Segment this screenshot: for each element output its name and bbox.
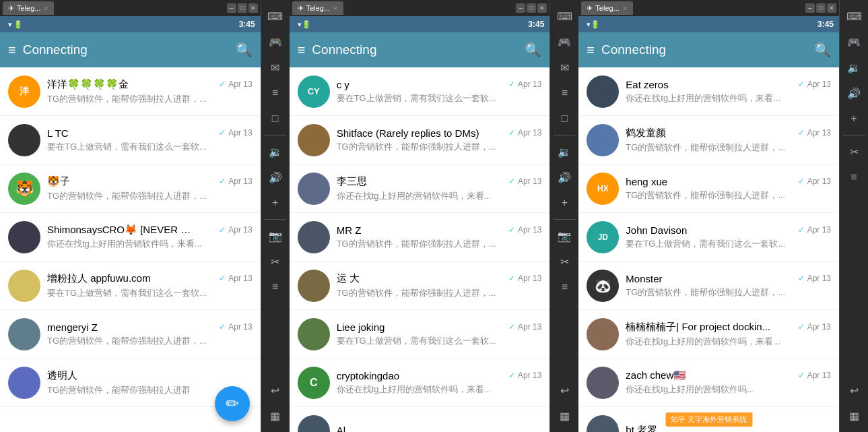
- chat-item-3-4[interactable]: 🐼 Monster ✓Apr 13 TG的营销软件，能帮你强制拉人进群，...: [578, 261, 839, 310]
- battery-icon-3: 🔋: [591, 20, 600, 29]
- toolbar2-vol-down[interactable]: 🔉: [554, 141, 575, 162]
- toolbar2-scissors-btn[interactable]: ✂: [554, 251, 575, 272]
- toolbar2-game-btn[interactable]: 🎮: [554, 31, 575, 53]
- toolbar-vol-down[interactable]: 🔉: [265, 141, 286, 162]
- tab-close-1[interactable]: ✕: [43, 5, 48, 12]
- rs-vol-up[interactable]: 🔊: [843, 82, 865, 104]
- menu-icon-1[interactable]: ≡: [8, 42, 16, 58]
- toolbar-keyboard-btn[interactable]: ⌨: [265, 5, 286, 27]
- chat-item-1-1[interactable]: L TC ✓ Apr 13 要在TG上做营销，需有我们这么一套软...: [0, 116, 261, 164]
- restore-btn-1[interactable]: □: [238, 3, 247, 13]
- chat-name-2-7: Al: [337, 425, 345, 433]
- toolbar-list-btn[interactable]: ≡: [265, 276, 286, 298]
- restore-btn-2[interactable]: □: [527, 3, 536, 13]
- chat-item-1-2[interactable]: 🐯 🐯子 ✓ Apr 13 TG的营销软件，能帮你强制拉人进群，...: [0, 164, 261, 213]
- toolbar-plus-btn[interactable]: +: [265, 192, 286, 214]
- avatar-1-0: 洋: [8, 75, 40, 108]
- chat-item-1-3[interactable]: ShimonsaysCRO🦊 [NEVER D... ✓ Apr 13 你还在找…: [0, 213, 261, 261]
- rs-grid-btn[interactable]: ▦: [843, 405, 865, 427]
- chat-item-1-4[interactable]: 增粉拉人 appfuwu.com ✓ Apr 13 要在TG上做营销，需有我们这…: [0, 261, 261, 310]
- fab-1[interactable]: ✏: [215, 386, 250, 421]
- rs-list-btn[interactable]: ≡: [843, 166, 865, 188]
- chat-name-3-5: 楠楠楠楠子| For project dockin...: [626, 321, 770, 334]
- close-btn-2[interactable]: ✕: [537, 3, 547, 13]
- header-title-3: Connecting: [601, 42, 807, 57]
- watermark: 知乎 天字海外营销系统: [665, 412, 752, 427]
- chat-item-3-0[interactable]: Eat zeros ✓Apr 13 你还在找tg上好用的营销软件吗，来看...: [578, 67, 839, 116]
- chat-item-2-3[interactable]: MR Z ✓Apr 13 TG的营销软件，能帮你强制拉人进群，...: [290, 213, 550, 261]
- chat-item-1-0[interactable]: 洋 洋洋🍀🍀🍀🍀金 ✓ Apr 13 TG的营销软件，能帮你强制拉人进群，...: [0, 67, 261, 116]
- search-icon-1[interactable]: 🔍: [236, 42, 253, 58]
- chat-name-2-0: c y: [337, 79, 349, 90]
- chat-preview-1-5: TG的营销软件，能帮你强制拉人进群，...: [47, 335, 253, 347]
- restore-btn-3[interactable]: □: [816, 3, 826, 13]
- minimize-btn-1[interactable]: ─: [227, 3, 236, 13]
- browser-tab-2[interactable]: ✈ Teleg... ✕: [292, 1, 343, 15]
- close-btn-3[interactable]: ✕: [827, 3, 836, 13]
- chat-item-2-1[interactable]: Shitface (Rarely replies to DMs) ✓Apr 13…: [290, 116, 550, 164]
- minimize-btn-3[interactable]: ─: [805, 3, 815, 13]
- toolbar2-back-btn[interactable]: ↩: [554, 379, 575, 401]
- rs-scissors-btn[interactable]: ✂: [843, 141, 865, 162]
- close-btn-1[interactable]: ✕: [248, 3, 258, 13]
- menu-icon-2[interactable]: ≡: [298, 42, 306, 58]
- toolbar-mail-btn[interactable]: ✉: [265, 57, 286, 78]
- toolbar-square-btn[interactable]: □: [265, 108, 286, 129]
- search-icon-2[interactable]: 🔍: [525, 42, 541, 58]
- date-2-3: Apr 13: [518, 225, 541, 235]
- preview-2-5: 要在TG上做营销，需有我们这么一套软...: [337, 335, 542, 347]
- chat-item-2-4[interactable]: 运 大 ✓Apr 13 TG的营销软件，能帮你强制拉人进群，...: [290, 261, 550, 310]
- search-icon-3[interactable]: 🔍: [814, 42, 831, 58]
- toolbar-camera-btn[interactable]: 📷: [265, 225, 286, 247]
- toolbar2-menu-btn[interactable]: ≡: [554, 82, 575, 104]
- check-icon-1-0: ✓: [219, 80, 226, 89]
- toolbar-back-btn[interactable]: ↩: [265, 379, 286, 401]
- chat-item-3-5[interactable]: 楠楠楠楠子| For project dockin... ✓Apr 13 你还在…: [578, 310, 839, 359]
- date-3-2: Apr 13: [807, 177, 831, 186]
- tg-header-1: ≡ Connecting 🔍: [0, 32, 261, 67]
- right-sidebar: ⌨ 🎮 🔉 🔊 + ✂ ≡ ↩ ▦: [840, 0, 868, 432]
- browser-tab-3[interactable]: ✈ Teleg... ✕: [581, 1, 632, 15]
- toolbar2-mail-btn[interactable]: ✉: [554, 57, 575, 78]
- toolbar2-list-btn[interactable]: ≡: [554, 276, 575, 298]
- rs-back-btn[interactable]: ↩: [843, 379, 865, 401]
- rs-plus-btn[interactable]: +: [843, 108, 865, 129]
- chat-item-3-1[interactable]: 鹤发童颜 ✓Apr 13 TG的营销软件，能帮你强制拉人进群，...: [578, 116, 839, 164]
- toolbar2-grid-btn[interactable]: ▦: [554, 405, 575, 427]
- side-toolbar-right: ⌨ 🎮 ✉ ≡ □ 🔉 🔊 + 📷 ✂ ≡ ↩ ▦: [550, 0, 578, 432]
- chat-item-2-2[interactable]: 李三思 ✓Apr 13 你还在找tg上好用的营销软件吗，来看...: [290, 164, 550, 213]
- chat-item-2-0[interactable]: CY c y ✓Apr 13 要在TG上做营销，需有我们这么一套软...: [290, 67, 550, 116]
- date-3-6: Apr 13: [807, 371, 831, 380]
- toolbar-menu-btn[interactable]: ≡: [265, 82, 286, 104]
- chat-item-2-6[interactable]: C cryptokingdao ✓Apr 13 你还在找tg上好用的营销软件吗，…: [290, 359, 550, 407]
- rs-game-btn[interactable]: 🎮: [843, 31, 865, 53]
- rs-vol-down[interactable]: 🔉: [843, 57, 865, 78]
- tab-close-3[interactable]: ✕: [622, 5, 628, 12]
- avatar-3-1: [587, 124, 619, 156]
- minimize-btn-2[interactable]: ─: [516, 3, 525, 13]
- tab-close-2[interactable]: ✕: [333, 5, 338, 12]
- menu-icon-3[interactable]: ≡: [587, 42, 595, 58]
- browser-tab-1[interactable]: ✈ Teleg... ✕: [3, 1, 54, 15]
- toolbar-vol-up[interactable]: 🔊: [265, 166, 286, 188]
- toolbar2-vol-up[interactable]: 🔊: [554, 166, 575, 188]
- chat-item-2-5[interactable]: Liee joking ✓Apr 13 要在TG上做营销，需有我们这么一套软..…: [290, 310, 550, 359]
- check-icon-1-1: ✓: [219, 128, 226, 137]
- toolbar2-camera-btn[interactable]: 📷: [554, 225, 575, 247]
- toolbar-game-btn[interactable]: 🎮: [265, 31, 286, 53]
- rs-keyboard-btn[interactable]: ⌨: [843, 5, 865, 27]
- chat-item-2-7[interactable]: Al: [290, 407, 550, 432]
- chat-item-3-3[interactable]: JD John Davison ✓Apr 13 要在TG上做营销，需有我们这么一…: [578, 213, 839, 261]
- chat-name-3-7: bt 老罗: [626, 424, 657, 433]
- toolbar-grid-btn[interactable]: ▦: [265, 405, 286, 427]
- toolbar2-plus-btn[interactable]: +: [554, 192, 575, 214]
- chat-item-3-2[interactable]: HX heng xue ✓Apr 13 TG的营销软件，能帮你强制拉人进群，..…: [578, 164, 839, 213]
- preview-2-3: TG的营销软件，能帮你强制拉人进群，...: [337, 238, 542, 250]
- wifi-icon-1: ▾: [8, 20, 12, 29]
- toolbar2-square-btn[interactable]: □: [554, 108, 575, 129]
- toolbar-scissors-btn[interactable]: ✂: [265, 251, 286, 272]
- chat-item-3-6[interactable]: zach chew🇺🇸 ✓Apr 13 你还在找tg上好用的营销软件吗...: [578, 359, 839, 407]
- toolbar2-keyboard-btn[interactable]: ⌨: [554, 5, 575, 27]
- chat-name-1-6: 透明人: [47, 369, 77, 382]
- chat-item-1-5[interactable]: mengeryi Z ✓ Apr 13 TG的营销软件，能帮你强制拉人进群，..…: [0, 310, 261, 359]
